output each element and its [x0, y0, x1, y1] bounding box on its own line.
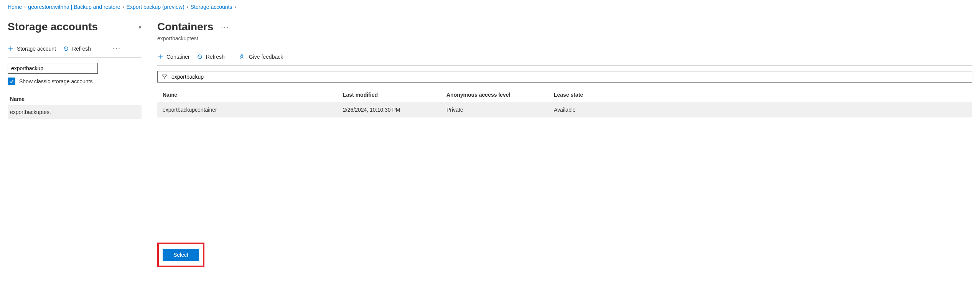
storage-account-row[interactable]: exportbackuptest [8, 105, 142, 119]
refresh-icon [197, 54, 203, 60]
col-header-access[interactable]: Anonymous access level [446, 92, 554, 98]
col-header-lease[interactable]: Lease state [554, 92, 967, 98]
col-header-name[interactable]: Name [163, 92, 343, 98]
left-toolbar: Storage account Refresh ··· [8, 45, 142, 58]
refresh-label: Refresh [72, 46, 91, 52]
feedback-button[interactable]: Give feedback [239, 53, 283, 60]
containers-table: Name Last modified Anonymous access leve… [157, 88, 972, 117]
right-toolbar: Container Refresh Give feedback [157, 53, 972, 66]
filter-input-container[interactable] [157, 71, 972, 83]
search-input[interactable] [8, 63, 98, 74]
breadcrumb: Home › georestorewithha | Backup and res… [0, 0, 980, 14]
panel-divider [149, 14, 149, 275]
storage-accounts-panel: Storage accounts « Storage account Refre… [0, 14, 150, 275]
page-title: Containers [157, 21, 213, 33]
more-icon[interactable]: ··· [113, 45, 121, 53]
separator [98, 45, 98, 53]
svg-marker-5 [162, 75, 167, 79]
show-classic-checkbox[interactable] [8, 78, 15, 85]
feedback-label: Give feedback [249, 54, 283, 60]
chevron-right-icon: › [187, 4, 188, 10]
plus-icon [8, 46, 14, 52]
collapse-icon[interactable]: « [138, 24, 142, 30]
table-header: Name Last modified Anonymous access leve… [157, 88, 972, 102]
svg-point-4 [240, 55, 243, 58]
check-icon [9, 79, 14, 84]
column-header-name[interactable]: Name [8, 93, 142, 105]
plus-icon [157, 54, 163, 60]
refresh-button[interactable]: Refresh [63, 46, 91, 52]
containers-panel: Containers ··· exportbackuptest Containe… [150, 14, 980, 275]
cell-name: exportbackupcontainer [163, 107, 343, 113]
footer: Select [157, 235, 972, 275]
breadcrumb-storage[interactable]: Storage accounts [191, 4, 232, 10]
add-container-button[interactable]: Container [157, 54, 190, 60]
refresh-label: Refresh [206, 54, 225, 60]
add-storage-account-button[interactable]: Storage account [8, 46, 56, 52]
chevron-right-icon: › [235, 4, 236, 10]
cell-lease: Available [554, 107, 967, 113]
chevron-right-icon: › [123, 4, 124, 10]
col-header-modified[interactable]: Last modified [343, 92, 446, 98]
separator [232, 53, 232, 61]
breadcrumb-resource[interactable]: georestorewithha | Backup and restore [28, 4, 120, 10]
table-row[interactable]: exportbackupcontainer 2/26/2024, 10:10:3… [157, 102, 972, 117]
filter-input[interactable] [171, 74, 968, 80]
chevron-right-icon: › [24, 4, 26, 10]
cell-access: Private [446, 107, 554, 113]
breadcrumb-export[interactable]: Export backup (preview) [127, 4, 184, 10]
breadcrumb-home[interactable]: Home [8, 4, 22, 10]
checkbox-label: Show classic storage accounts [19, 78, 92, 84]
add-label: Container [166, 54, 190, 60]
refresh-icon [63, 46, 69, 52]
add-label: Storage account [17, 46, 56, 52]
select-button[interactable]: Select [163, 249, 199, 261]
feedback-icon [239, 53, 246, 60]
cell-modified: 2/26/2024, 10:10:30 PM [343, 107, 446, 113]
page-title: Storage accounts [8, 21, 98, 33]
refresh-button[interactable]: Refresh [197, 54, 225, 60]
filter-icon [161, 74, 168, 80]
page-subtitle: exportbackuptest [157, 35, 972, 41]
more-icon[interactable]: ··· [221, 23, 229, 31]
highlight-annotation: Select [157, 243, 204, 267]
